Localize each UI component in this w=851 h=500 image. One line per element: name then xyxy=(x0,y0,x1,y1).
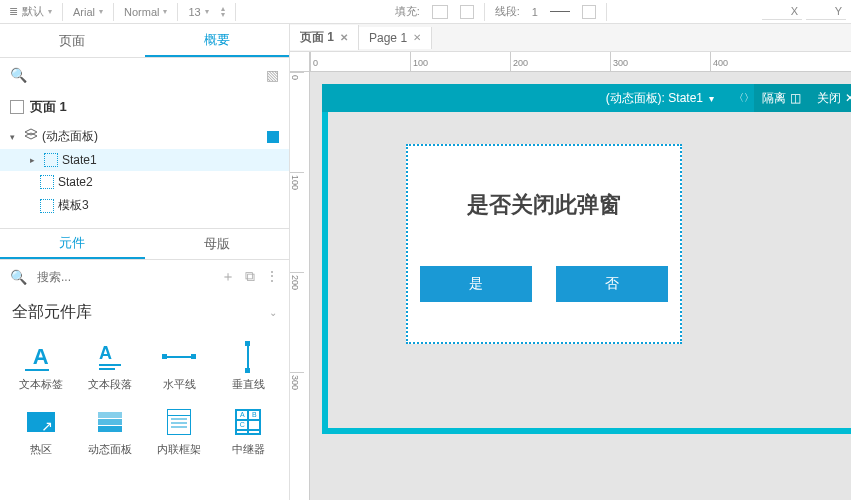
state-icon xyxy=(40,199,54,213)
outline-tree: ▾ (动态面板) ▸ State1 State2 模 xyxy=(0,122,289,220)
dialog-widget[interactable]: 是否关闭此弹窗 是 否 xyxy=(406,144,682,344)
expand-arrow-icon[interactable]: ▸ xyxy=(30,155,40,165)
fill-more[interactable] xyxy=(456,3,478,21)
font-dropdown[interactable]: Arial ▾ xyxy=(69,4,107,20)
state-icon xyxy=(40,175,54,189)
tree-row-panel[interactable]: ▾ (动态面板) xyxy=(0,124,289,149)
widget-repeater[interactable]: ABC 中继器 xyxy=(216,402,281,463)
font-weight-dropdown[interactable]: Normal ▾ xyxy=(120,4,171,20)
dynamic-panel-frame: (动态面板): State1 ▾ 〈 〉 隔离 ◫ 关闭 ✕ xyxy=(322,84,851,434)
filter-icon[interactable]: ▧ xyxy=(266,67,279,83)
svg-marker-1 xyxy=(25,133,37,139)
y-field[interactable]: Y xyxy=(806,3,846,20)
dialog-no-button[interactable]: 否 xyxy=(556,266,668,302)
library-dropdown[interactable]: 全部元件库 ⌄ xyxy=(0,294,289,331)
widget-inline-frame[interactable]: 内联框架 xyxy=(147,402,212,463)
next-state-icon[interactable]: 〉 xyxy=(744,91,754,105)
panel-title: (动态面板): State1 xyxy=(606,90,703,107)
line-label: 线段: xyxy=(491,2,524,21)
panel-header: (动态面板): State1 ▾ 〈 〉 隔离 ◫ 关闭 ✕ xyxy=(322,84,851,112)
expand-arrow-icon[interactable]: ▾ xyxy=(10,132,20,142)
dynamic-panel-icon xyxy=(94,408,126,436)
canvas[interactable]: (动态面板): State1 ▾ 〈 〉 隔离 ◫ 关闭 ✕ xyxy=(310,72,851,500)
panel-body[interactable]: 是否关闭此弹窗 是 否 xyxy=(328,112,851,428)
search-icon: 🔍 xyxy=(10,67,27,83)
section-tabs: 元件 母版 xyxy=(0,228,289,260)
paragraph-icon: ≣ xyxy=(9,5,18,18)
line-width[interactable]: 1 xyxy=(528,4,542,20)
paragraph-style-dropdown[interactable]: ≣ 默认 ▾ xyxy=(5,2,56,21)
dialog-yes-button[interactable]: 是 xyxy=(420,266,532,302)
x-field[interactable]: X xyxy=(762,3,802,20)
widget-vertical-line[interactable]: 垂直线 xyxy=(216,337,281,398)
horizontal-ruler: 0 100 200 300 400 xyxy=(310,52,851,72)
tree-row-state1[interactable]: ▸ State1 xyxy=(0,149,289,171)
state-icon xyxy=(44,153,58,167)
tree-row-state2[interactable]: State2 xyxy=(0,171,289,193)
panel-flag-icon xyxy=(267,131,279,143)
hline-icon xyxy=(163,343,195,371)
widget-search-input[interactable] xyxy=(33,266,215,288)
widget-dynamic-panel[interactable]: 动态面板 xyxy=(77,402,142,463)
format-toolbar: ≣ 默认 ▾ Arial ▾ Normal ▾ 13 ▾ ▴ ▾ 填充: 线段:… xyxy=(0,0,851,24)
left-tabs: 页面 概要 xyxy=(0,24,289,58)
close-icon[interactable]: ✕ xyxy=(340,32,348,43)
text-label-icon xyxy=(25,343,57,371)
hotspot-icon xyxy=(25,408,57,436)
widget-hotspot[interactable]: 热区 xyxy=(8,402,73,463)
tab-outline[interactable]: 概要 xyxy=(145,24,290,57)
canvas-tab[interactable]: Page 1✕ xyxy=(359,27,432,49)
close-icon[interactable]: ✕ xyxy=(413,32,421,43)
widget-grid: 文本标签 A 文本段落 水平线 垂直线 热区 动态面 xyxy=(0,331,289,469)
copy-icon[interactable]: ⧉ xyxy=(245,268,255,286)
chevron-updown-icon: ⌄ xyxy=(269,307,277,318)
layers-icon xyxy=(24,128,38,145)
widget-text-paragraph[interactable]: A 文本段落 xyxy=(77,337,142,398)
canvas-tab[interactable]: 页面 1✕ xyxy=(290,25,359,50)
close-icon: ✕ xyxy=(845,91,851,105)
tree-row-template3[interactable]: 模板3 xyxy=(0,193,289,218)
chevron-down-icon[interactable]: ▾ xyxy=(709,93,714,104)
canvas-tabs: 页面 1✕ Page 1✕ xyxy=(290,24,851,52)
isolate-button[interactable]: 隔离 ◫ xyxy=(754,84,809,112)
more-icon[interactable]: ⋮ xyxy=(265,268,279,286)
tab-masters[interactable]: 母版 xyxy=(145,229,290,259)
text-paragraph-icon: A xyxy=(94,343,126,371)
iframe-icon xyxy=(163,408,195,436)
svg-marker-0 xyxy=(25,129,37,135)
widget-horizontal-line[interactable]: 水平线 xyxy=(147,337,212,398)
page-icon xyxy=(10,100,24,114)
search-icon: 🔍 xyxy=(10,269,27,285)
isolate-icon: ◫ xyxy=(790,91,801,105)
prev-state-icon[interactable]: 〈 xyxy=(734,91,744,105)
chevron-down-icon: ▾ xyxy=(48,7,52,16)
outline-search-input[interactable] xyxy=(33,64,260,86)
tab-pages[interactable]: 页面 xyxy=(0,24,145,57)
fill-label: 填充: xyxy=(391,2,424,21)
close-panel-button[interactable]: 关闭 ✕ xyxy=(809,84,851,112)
line-more[interactable] xyxy=(578,3,600,21)
left-panel: 页面 概要 🔍 ▧ 页面 1 ▾ (动态面板) ▸ xyxy=(0,24,290,500)
canvas-area: 页面 1✕ Page 1✕ 0 100 200 300 400 0 100 20… xyxy=(290,24,851,500)
fill-color-swatch[interactable] xyxy=(428,3,452,21)
line-style[interactable] xyxy=(546,9,574,14)
vline-icon xyxy=(232,343,264,371)
dialog-title: 是否关闭此弹窗 xyxy=(408,190,680,220)
tab-widgets[interactable]: 元件 xyxy=(0,229,145,259)
vertical-ruler: 0 100 200 300 xyxy=(290,72,310,500)
ruler-corner xyxy=(290,52,310,72)
font-size-stepper[interactable]: ▴ ▾ xyxy=(217,4,229,20)
page-header: 页面 1 xyxy=(0,92,289,122)
widget-text-label[interactable]: 文本标签 xyxy=(8,337,73,398)
font-size-dropdown[interactable]: 13 ▾ xyxy=(184,4,212,20)
add-icon[interactable]: ＋ xyxy=(221,268,235,286)
repeater-icon: ABC xyxy=(232,408,264,436)
